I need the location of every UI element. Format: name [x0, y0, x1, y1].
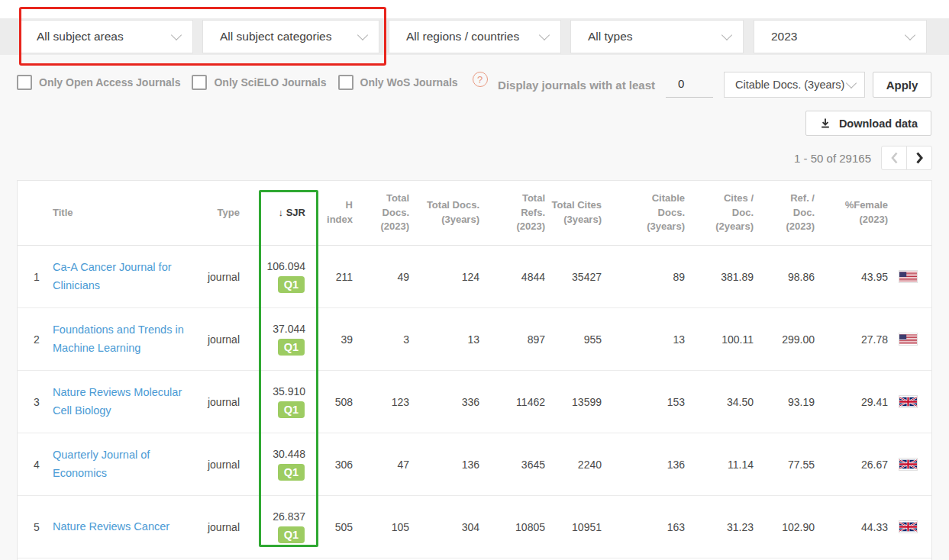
journal-title-link[interactable]: Ca-A Cancer Journal for Clinicians — [53, 261, 172, 291]
column-header-title[interactable]: Title — [48, 206, 197, 220]
download-data-button[interactable]: Download data — [805, 111, 931, 136]
cell-sjr: 35.910Q1 — [243, 385, 308, 418]
region-value: All regions / countries — [406, 30, 519, 43]
journal-title-link[interactable]: Quarterly Journal of Economics — [53, 449, 150, 479]
cell-type: journal — [197, 271, 243, 283]
sjr-value: 35.910 — [273, 385, 305, 397]
download-icon — [819, 117, 831, 130]
column-header-pct_female_2023[interactable]: %Female (2023) — [818, 198, 891, 227]
type-dropdown[interactable]: All types — [570, 20, 744, 53]
cell-total_cites_3years: 10951 — [548, 521, 605, 533]
sort-desc-icon: ↓ — [279, 207, 286, 218]
column-header-cites_per_doc_2years[interactable]: Cites / Doc. (2years) — [688, 191, 757, 235]
cell-title: Quarterly Journal of Economics — [48, 446, 197, 483]
cell-rank: 5 — [18, 521, 48, 533]
top-margin — [0, 0, 949, 18]
sjr-value: 26.837 — [273, 510, 305, 523]
cell-total_refs_2023: 11462 — [483, 396, 548, 408]
chevron-down-icon — [539, 29, 550, 40]
cell-rank: 2 — [18, 333, 48, 346]
cell-h_index: 306 — [308, 459, 356, 471]
cell-refs_per_doc_2023: 77.55 — [757, 459, 818, 471]
subject-area-dropdown[interactable]: All subject areas — [19, 20, 193, 53]
column-header-citable_docs_3years[interactable]: Citable Docs. (3years) — [605, 191, 688, 235]
cell-citable_docs_3years: 163 — [605, 521, 688, 533]
only-scielo-checkbox[interactable]: Only SciELO Journals — [192, 75, 326, 90]
checkbox-icon — [192, 75, 207, 90]
cell-country-flag — [891, 271, 933, 282]
cell-h_index: 508 — [308, 396, 356, 408]
journal-title-link[interactable]: Foundations and Trends in Machine Learni… — [53, 323, 184, 354]
cell-total_refs_2023: 4844 — [483, 271, 548, 283]
cell-total_docs_2023: 49 — [356, 271, 412, 283]
table-header-row: TitleType↓ SJRH indexTotal Docs. (2023)T… — [18, 181, 931, 246]
cell-h_index: 505 — [308, 521, 356, 533]
flag-us-icon — [899, 333, 917, 345]
cell-total_refs_2023: 10805 — [483, 521, 548, 533]
only-wos-label: Only WoS Journals — [360, 76, 458, 89]
cell-total_docs_2023: 47 — [356, 459, 412, 471]
cell-sjr: 30.448Q1 — [243, 448, 308, 481]
only-open-access-label: Only Open Access Journals — [39, 76, 180, 89]
cell-refs_per_doc_2023: 299.00 — [757, 333, 818, 346]
table-row: 1Ca-A Cancer Journal for Cliniciansjourn… — [18, 246, 931, 308]
cell-rank: 3 — [18, 396, 48, 408]
cell-total_cites_3years: 13599 — [548, 396, 605, 408]
metric-dropdown[interactable]: Citable Docs. (3years) — [724, 72, 865, 98]
checkbox-icon — [338, 75, 353, 90]
pagination-range: 1 - 50 of 29165 — [794, 152, 871, 165]
column-header-sjr[interactable]: ↓ SJR — [243, 206, 308, 220]
flag-us-icon — [899, 271, 917, 282]
cell-sjr: 37.044Q1 — [243, 323, 308, 356]
cell-cites_per_doc_2years: 381.89 — [688, 271, 757, 283]
column-header-total_docs_3years[interactable]: Total Docs. (3years) — [412, 198, 483, 227]
next-page-button[interactable] — [906, 146, 932, 170]
chevron-down-icon — [905, 29, 915, 40]
table-body: 1Ca-A Cancer Journal for Cliniciansjourn… — [18, 246, 931, 558]
sjr-value: 37.044 — [273, 323, 305, 335]
cell-pct_female_2023: 29.41 — [818, 396, 891, 408]
journal-title-link[interactable]: Nature Reviews Cancer — [53, 520, 169, 533]
column-header-type[interactable]: Type — [197, 206, 243, 220]
cell-type: journal — [197, 459, 243, 471]
year-dropdown[interactable]: 2023 — [754, 20, 927, 53]
cell-type: journal — [197, 333, 243, 346]
cell-total_docs_2023: 105 — [356, 521, 412, 533]
chevron-left-icon — [890, 151, 899, 165]
cell-total_cites_3years: 2240 — [548, 459, 605, 471]
only-wos-checkbox[interactable]: Only WoS Journals — [338, 75, 458, 90]
cell-citable_docs_3years: 89 — [605, 271, 688, 283]
cell-h_index: 39 — [308, 333, 356, 346]
cell-total_docs_3years: 136 — [412, 459, 483, 471]
cell-pct_female_2023: 43.95 — [818, 271, 891, 283]
table-row: 3Nature Reviews Molecular Cell Biologyjo… — [18, 371, 931, 433]
subject-category-dropdown[interactable]: All subject categories — [202, 20, 379, 53]
column-header-h_index[interactable]: H index — [308, 198, 356, 227]
column-header-total_docs_2023[interactable]: Total Docs. (2023) — [356, 191, 412, 235]
cell-title: Foundations and Trends in Machine Learni… — [48, 321, 197, 358]
cell-h_index: 211 — [308, 271, 356, 283]
pagination: 1 - 50 of 29165 — [794, 146, 932, 170]
column-header-total_refs_2023[interactable]: Total Refs. (2023) — [483, 191, 548, 235]
cell-cites_per_doc_2years: 100.11 — [688, 333, 757, 346]
help-icon[interactable]: ? — [473, 72, 488, 87]
quartile-badge: Q1 — [278, 526, 305, 543]
column-header-refs_per_doc_2023[interactable]: Ref. / Doc. (2023) — [757, 191, 818, 235]
cell-country-flag — [891, 333, 933, 345]
cell-rank: 1 — [18, 271, 48, 283]
region-dropdown[interactable]: All regions / countries — [389, 20, 561, 53]
min-docs-input[interactable] — [666, 72, 713, 98]
cell-total_docs_3years: 13 — [412, 333, 483, 346]
chevron-down-icon — [846, 77, 857, 88]
cell-cites_per_doc_2years: 34.50 — [688, 396, 757, 408]
cell-total_cites_3years: 955 — [548, 333, 605, 346]
prev-page-button[interactable] — [881, 146, 907, 170]
apply-button[interactable]: Apply — [873, 72, 931, 98]
only-open-access-checkbox[interactable]: Only Open Access Journals — [17, 75, 180, 90]
journals-table: TitleType↓ SJRH indexTotal Docs. (2023)T… — [17, 180, 932, 560]
sjr-value: 30.448 — [273, 448, 305, 460]
cell-country-flag — [891, 396, 933, 407]
cell-cites_per_doc_2years: 31.23 — [688, 521, 757, 533]
column-header-total_cites_3years[interactable]: Total Cites (3years) — [548, 198, 605, 227]
journal-title-link[interactable]: Nature Reviews Molecular Cell Biology — [53, 386, 182, 417]
